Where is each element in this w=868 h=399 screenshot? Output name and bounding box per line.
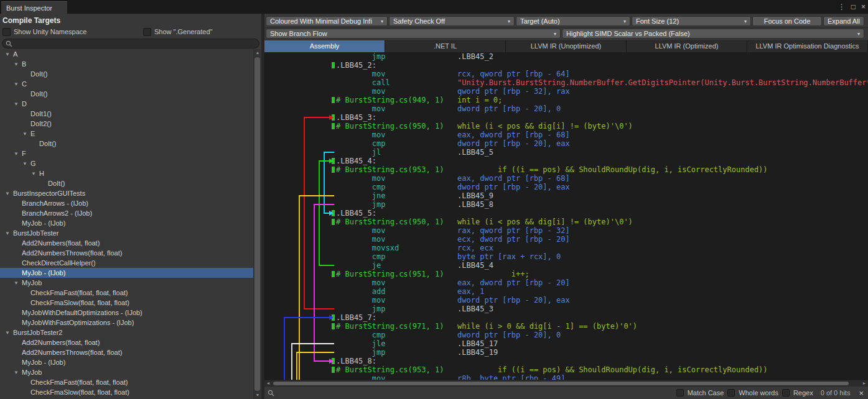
code-horizontal-scrollbar: ◄ ►: [264, 380, 868, 386]
tree-item-doit[interactable]: DoIt(): [0, 69, 253, 79]
foldout-icon[interactable]: ▼: [14, 81, 22, 87]
tree-item-label: BurstInspectorGUITests: [13, 190, 85, 197]
code-line: jle .LBB45_17: [264, 339, 868, 348]
tab-llvm-ir-unoptimized[interactable]: LLVM IR (Unoptimized): [506, 40, 627, 52]
tree-item-checkfmafast-float-float-float[interactable]: CheckFmaFast(float, float, float): [0, 288, 253, 298]
foldout-icon[interactable]: ▼: [31, 171, 39, 177]
tree-item-brancharrows2-ijob[interactable]: BranchArrows2 - (IJob): [0, 208, 253, 218]
label-marker: [332, 114, 335, 121]
foldout-icon[interactable]: ▼: [22, 161, 30, 167]
debug-info-dropdown[interactable]: Coloured With Minimal Debug Infi▾: [266, 16, 388, 26]
show-unity-namespace-checkbox[interactable]: [2, 28, 11, 36]
tree-item-label: F: [22, 150, 26, 157]
tree-item-doit1[interactable]: DoIt1(): [0, 109, 253, 119]
tree-item-myjobwithdefaultoptimizations-ijob[interactable]: MyJobWithDefaultOptimizations - (IJob): [0, 308, 253, 318]
tree-item-label: MyJob - (IJob): [22, 219, 65, 227]
tree-item-label: Add2NumbersThrows(float, float): [22, 249, 122, 257]
close-icon[interactable]: ×: [861, 2, 866, 11]
tree-item-brancharrows-ijob[interactable]: BranchArrows - (IJob): [0, 198, 253, 208]
tree-item-myjob-ijob[interactable]: MyJob - (IJob): [0, 268, 253, 278]
menu-icon[interactable]: ⋮: [838, 2, 846, 11]
label-marker: [332, 314, 335, 321]
tree-item-add2numbers-float-float[interactable]: Add2Numbers(float, float): [0, 337, 253, 347]
foldout-icon[interactable]: ▼: [5, 191, 13, 196]
scroll-down-icon[interactable]: ▼: [254, 392, 261, 399]
search-icon: [6, 40, 12, 47]
tree-item-e[interactable]: ▼E: [0, 129, 253, 139]
scroll-left-icon[interactable]: ◄: [264, 381, 272, 385]
tree-item-myjobwithfastoptimizations-ijob[interactable]: MyJobWithFastOptimizations - (IJob): [0, 318, 253, 328]
show-generated-checkbox[interactable]: [143, 28, 151, 36]
expand-all-button[interactable]: Expand All: [823, 16, 864, 26]
foldout-icon[interactable]: ▼: [14, 151, 22, 157]
toolbar-row-2: Show Branch Flow▾Highlight SIMD Scalar v…: [264, 28, 868, 40]
foldout-icon[interactable]: ▼: [14, 62, 22, 67]
tree-item-label: C: [22, 80, 27, 88]
tree-item-myjob[interactable]: ▼MyJob: [0, 278, 253, 288]
tree-item-doit[interactable]: DoIt(): [0, 139, 253, 149]
foldout-icon[interactable]: ▼: [14, 370, 22, 375]
code-line: .LBB45_4:: [264, 157, 868, 165]
maximize-icon[interactable]: □: [851, 2, 856, 11]
tree-item-add2numbersthrows-float-float[interactable]: Add2NumbersThrows(float, float): [0, 347, 253, 357]
focus-on-code-button[interactable]: Focus on Code: [752, 16, 822, 26]
tree-item-label: MyJobWithFastOptimizations - (IJob): [22, 319, 134, 326]
find-input[interactable]: [278, 389, 673, 397]
code-line: .LBB45_7:: [264, 313, 868, 322]
find-close-icon[interactable]: ×: [857, 388, 865, 398]
whole-words-checkbox[interactable]: [727, 389, 735, 397]
scroll-up-icon[interactable]: ▲: [254, 49, 261, 57]
tree-item-burstjobtester[interactable]: ▼BurstJobTester: [0, 228, 253, 238]
tree-item-doit[interactable]: DoIt(): [0, 178, 253, 188]
tree-item-doit[interactable]: DoIt(): [0, 89, 253, 99]
tree-item-add2numbersthrows-float-float[interactable]: Add2NumbersThrows(float, float): [0, 248, 253, 258]
foldout-icon[interactable]: ▼: [5, 52, 13, 57]
tree-item-checkfmafast-float-float-float[interactable]: CheckFmaFast(float, float, float): [0, 377, 253, 387]
tree-item-add2numbers-float-float[interactable]: Add2Numbers(float, float): [0, 238, 253, 248]
tab-net-il[interactable]: .NET IL: [385, 40, 506, 52]
safety-check-dropdown[interactable]: Safety Check Off▾: [389, 16, 515, 26]
code-line: mov qword ptr [rbp - 32], rax: [264, 87, 868, 96]
tree-item-label: MyJobWithDefaultOptimizations - (IJob): [22, 309, 142, 316]
tree-item-a[interactable]: ▼A: [0, 49, 253, 59]
chevron-down-icon: ▾: [554, 31, 556, 37]
tree-item-checkfmaslow-float-float-float[interactable]: CheckFmaSlow(float, float, float): [0, 387, 253, 397]
search-hits-count: 0 of 0 hits: [821, 389, 851, 397]
tree-item-myjob-ijob[interactable]: MyJob - (IJob): [0, 218, 253, 228]
tree-item-burstinspectorguitests[interactable]: ▼BurstInspectorGUITests: [0, 188, 253, 198]
scroll-right-icon[interactable]: ►: [861, 381, 868, 385]
tab-llvm-ir-optimisation-diagnostics[interactable]: LLVM IR Optimisation Diagnostics: [747, 40, 868, 52]
tree-scrollbar-thumb[interactable]: [254, 57, 260, 391]
foldout-icon[interactable]: ▼: [5, 231, 13, 236]
tree-item-checkdirectcallhelper[interactable]: CheckDirectCallHelper(): [0, 258, 253, 268]
tree-scrollbar[interactable]: ▲ ▼: [253, 49, 261, 399]
tab-llvm-ir-optimized[interactable]: LLVM IR (Optimized): [627, 40, 747, 52]
tree-item-burstjobtester2[interactable]: ▼BurstJobTester2: [0, 328, 253, 337]
tab-assembly[interactable]: Assembly: [264, 40, 385, 52]
tree-item-checkfmaslow-float-float-float[interactable]: CheckFmaSlow(float, float, float): [0, 298, 253, 308]
foldout-icon[interactable]: ▼: [5, 330, 13, 336]
tree-item-label: CheckDirectCallHelper(): [22, 259, 96, 267]
tree-item-h[interactable]: ▼H: [0, 168, 253, 178]
foldout-icon[interactable]: ▼: [14, 280, 22, 286]
foldout-icon[interactable]: ▼: [14, 101, 22, 107]
font-size-dropdown[interactable]: Font Size (12)▾: [632, 16, 751, 26]
tree-item-b[interactable]: ▼B: [0, 59, 253, 69]
tree-item-myjob[interactable]: ▼MyJob: [0, 367, 253, 377]
foldout-icon[interactable]: ▼: [22, 131, 30, 137]
simd-highlight-dropdown[interactable]: Highlight SIMD Scalar vs Packed (False)▾: [562, 29, 864, 39]
branch-flow-dropdown[interactable]: Show Branch Flow▾: [266, 29, 561, 39]
tree-item-g[interactable]: ▼G: [0, 158, 253, 168]
window-tab[interactable]: Burst Inspector: [1, 1, 67, 14]
tree-item-doit2[interactable]: DoIt2(): [0, 119, 253, 129]
targets-search-input[interactable]: [15, 40, 256, 47]
tree-item-myjob-ijob[interactable]: MyJob - (IJob): [0, 357, 253, 367]
tree-item-d[interactable]: ▼D: [0, 99, 253, 109]
target-dropdown[interactable]: Target (Auto)▾: [516, 16, 630, 26]
match-case-checkbox[interactable]: [676, 389, 684, 397]
tree-item-f[interactable]: ▼F: [0, 149, 253, 158]
tree-item-label: MyJob: [22, 369, 42, 376]
regex-checkbox[interactable]: [782, 389, 790, 397]
horizontal-scrollbar-thumb[interactable]: [273, 382, 849, 385]
tree-item-c[interactable]: ▼C: [0, 79, 253, 89]
